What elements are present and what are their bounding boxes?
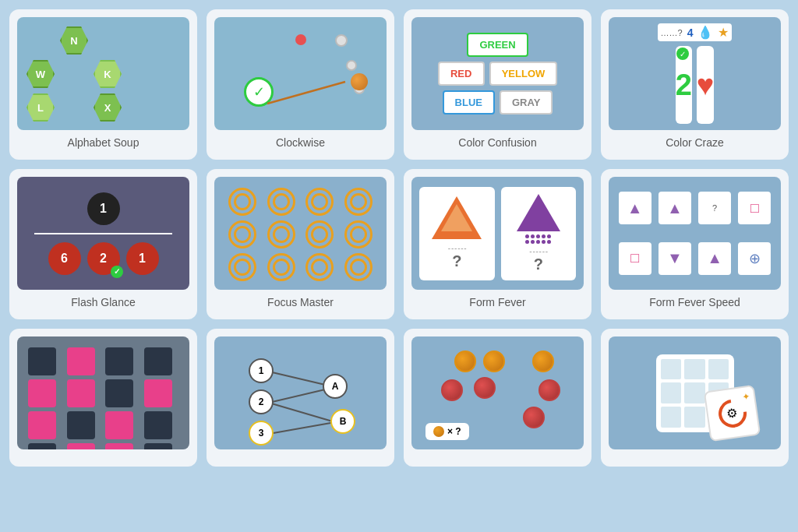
- color-btn-green: GREEN: [467, 33, 528, 57]
- triangle-orange: [432, 196, 482, 239]
- flash-divider: [34, 233, 172, 234]
- svg-line-0: [267, 82, 345, 104]
- svg-line-4: [269, 422, 335, 434]
- card-clockwise[interactable]: ✓ Clockwise: [207, 9, 394, 160]
- clockwise-label: Clockwise: [276, 136, 325, 152]
- color-btn-blue: BLUE: [443, 90, 495, 115]
- game-grid: N W K L X Alphabet Soup ✓: [9, 9, 789, 467]
- node-B: B: [330, 409, 355, 434]
- form-question-right: ?: [534, 255, 543, 273]
- card-graph-game[interactable]: 1 2 3 A B: [207, 329, 394, 467]
- card-puzzle-game[interactable]: ⚙ ✦: [601, 329, 789, 467]
- color-btn-yellow: YELLOW: [489, 62, 558, 86]
- card-color-craze[interactable]: ……? 4 💧 ★ 2 ✓ ♥ Color Craze: [601, 9, 789, 160]
- form-card-right: - - - - - - ?: [501, 187, 576, 280]
- card-form-fever[interactable]: - - - - - - ? - - - - - - ? Form Fever: [404, 169, 591, 319]
- form-fever-label: Form Fever: [469, 296, 525, 312]
- color-confusion-label: Color Confusion: [458, 136, 536, 152]
- hex-K: K: [94, 60, 122, 88]
- card-form-fever-speed[interactable]: ▲ ▲ ? □ □ ▼ ▲ ⊕ Form Fever Speed: [601, 169, 789, 319]
- form-dashes-left: - - - - - -: [448, 244, 466, 252]
- node-3: 3: [249, 421, 274, 446]
- hex-W: W: [26, 60, 55, 88]
- flash-glance-image: 1 6 2 ✓ 1: [17, 177, 189, 290]
- multiply-box: × ?: [425, 423, 469, 440]
- node-1: 1: [249, 358, 274, 383]
- color-craze-label: Color Craze: [666, 136, 724, 152]
- hex-X: X: [94, 93, 122, 122]
- form-fever-image: - - - - - - ? - - - - - - ?: [411, 177, 584, 290]
- color-btn-red: RED: [438, 62, 485, 86]
- card-alphabet-soup[interactable]: N W K L X Alphabet Soup: [9, 9, 197, 160]
- card-flash-glance[interactable]: 1 6 2 ✓ 1 Flash Glance: [9, 169, 197, 319]
- coins-game-image: × ?: [411, 336, 584, 449]
- flash-circle-2: 2 ✓: [87, 242, 120, 275]
- flash-circle-1: 1: [87, 192, 120, 225]
- focus-master-label: Focus Master: [267, 296, 334, 312]
- node-2: 2: [249, 389, 274, 414]
- hex-N: N: [60, 26, 88, 55]
- graph-game-image: 1 2 3 A B: [214, 336, 387, 449]
- card-focus-master[interactable]: Focus Master: [207, 169, 394, 319]
- graph-lines: [214, 336, 387, 449]
- form-fever-speed-image: ▲ ▲ ? □ □ ▼ ▲ ⊕: [609, 177, 781, 290]
- form-dashes-right: - - - - - -: [529, 247, 547, 255]
- color-btn-gray: GRAY: [500, 90, 553, 115]
- clockwise-image: ✓: [214, 17, 387, 130]
- alphabet-soup-image: N W K L X: [17, 17, 189, 130]
- color-confusion-image: GREEN RED YELLOW BLUE GRAY: [411, 17, 584, 130]
- form-fever-speed-label: Form Fever Speed: [649, 296, 740, 312]
- puzzle-game-image: ⚙ ✦: [609, 336, 781, 449]
- puzzle-overlay-card: ⚙ ✦: [704, 385, 761, 442]
- card-coins-game[interactable]: × ?: [404, 329, 591, 467]
- flash-bottom-row: 6 2 ✓ 1: [48, 242, 159, 275]
- node-A: A: [323, 374, 348, 399]
- card-color-confusion[interactable]: GREEN RED YELLOW BLUE GRAY Color Confusi…: [404, 9, 591, 160]
- color-craze-image: ……? 4 💧 ★ 2 ✓ ♥: [609, 17, 781, 130]
- clockwise-line: [214, 17, 387, 130]
- hex-L: L: [26, 93, 55, 122]
- form-question-left: ?: [452, 252, 461, 270]
- flash-circle-1b: 1: [126, 242, 159, 275]
- flash-glance-label: Flash Glance: [71, 296, 135, 312]
- alphabet-soup-label: Alphabet Soup: [68, 136, 139, 152]
- form-card-left: - - - - - - ?: [419, 187, 494, 280]
- flash-circle-6: 6: [48, 242, 81, 275]
- focus-master-image: [214, 177, 387, 290]
- triangle-purple: [517, 194, 560, 231]
- grid-game-image: [17, 336, 189, 449]
- card-grid-game[interactable]: [9, 329, 197, 467]
- svg-line-3: [269, 403, 335, 422]
